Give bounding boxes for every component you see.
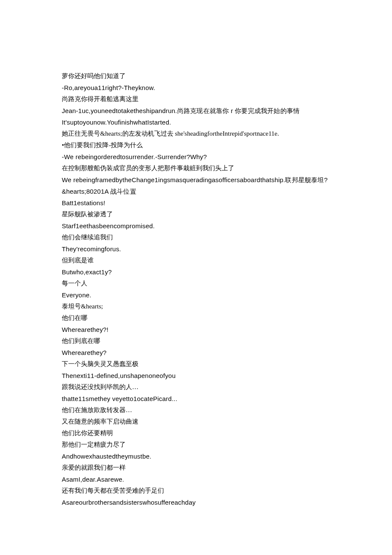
subtitle-line: 他们会继续追我们	[62, 232, 330, 243]
subtitle-line: 那他们一定精疲力尽了	[62, 439, 330, 450]
subtitle-line: -Ro,areyoua11right?-Theyknow.	[62, 82, 330, 93]
subtitle-line: 在控制那艘船伪装成官员的变形人把那件事栽赃到我们头上了	[62, 163, 330, 174]
subtitle-line: Wherearethey?	[62, 347, 330, 358]
subtitle-line: AsamI,dear.Asarewe.	[62, 474, 330, 485]
subtitle-line: They'recomingforus.	[62, 243, 330, 255]
subtitle-line: 他们比你还要精明	[62, 427, 330, 439]
subtitle-line: 但到底是谁	[62, 255, 330, 266]
subtitle-line: thatte11smethey veyetto1ocatePicard...	[62, 393, 330, 404]
subtitle-line: Andhowexhaustedtheymustbe.	[62, 450, 330, 462]
subtitle-line: •他们要我们投降-投降为什么	[62, 139, 330, 151]
subtitle-line: 他们在施放欺敌转发器…	[62, 404, 330, 416]
subtitle-line: 他们到底在哪	[62, 335, 330, 347]
subtitle-line: 泰坦号&hearts;	[62, 301, 330, 312]
subtitle-line: It'suptoyounow.YoufinishwhatIstarted.	[62, 116, 330, 128]
subtitle-line: Asareourbrothersandsisterswhosuffereachd…	[62, 497, 330, 508]
subtitle-line: We rebeingframedbytheChange1ingsmasquera…	[62, 174, 330, 197]
subtitle-line: 星际舰队被渗透了	[62, 209, 330, 220]
subtitle-line: Everyone.	[62, 289, 330, 301]
subtitle-line: 又在随意的频率下启动曲速	[62, 416, 330, 427]
subtitle-line: 她正往无畏号&hearts;的左发动机飞过去 she'sheadingforth…	[62, 128, 330, 139]
subtitle-line: 每一个人	[62, 278, 330, 289]
subtitle-body: 萝你还好吗他们知道了-Ro,areyoua11right?-Theyknow.尚…	[62, 70, 330, 508]
subtitle-line: Starf1eethasbeencompromised.	[62, 220, 330, 232]
subtitle-line: 萝你还好吗他们知道了	[62, 70, 330, 82]
document-page: 萝你还好吗他们知道了-Ro,areyoua11right?-Theyknow.尚…	[0, 0, 392, 555]
subtitle-line: Thenexti11-defined,unshapenoneofyou	[62, 370, 330, 381]
subtitle-line: -We rebeingorderedtosurrender.-Surrender…	[62, 151, 330, 163]
subtitle-line: 还有我们每天都在受苦受难的手足们	[62, 485, 330, 497]
subtitle-line: Wherearethey?!	[62, 324, 330, 335]
subtitle-line: Butwho,exact1y?	[62, 266, 330, 278]
subtitle-line: 下一个头脑失灵又愚蠢至极	[62, 358, 330, 370]
subtitle-line: 跟我说还没找到毕凯的人…	[62, 381, 330, 393]
subtitle-line: 尚路克你得开着船逃离这里	[62, 93, 330, 105]
subtitle-line: 亲爱的就跟我们都一样	[62, 462, 330, 474]
subtitle-line: 他们在哪	[62, 312, 330, 324]
subtitle-line: Batt1estations!	[62, 197, 330, 209]
subtitle-line: Jean-1uc,youneedtotaketheshipandrun.尚路克现…	[62, 105, 330, 116]
